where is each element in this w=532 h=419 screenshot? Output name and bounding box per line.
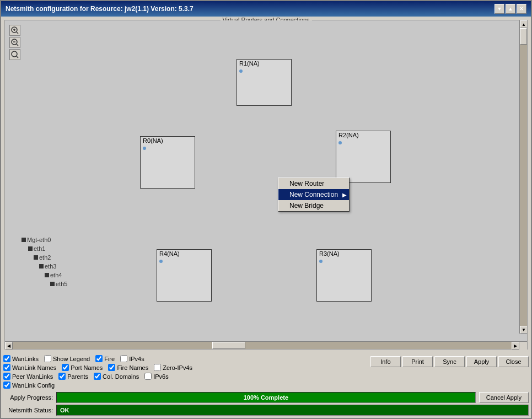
apply-button[interactable]: Apply — [466, 356, 497, 367]
router-r2-dot — [338, 141, 342, 144]
minimize-button[interactable]: ▼ — [495, 4, 504, 14]
tree-icon-eth3 — [39, 264, 44, 268]
wanlink-config-checkbox[interactable] — [3, 382, 10, 389]
scroll-left-button[interactable]: ◀ — [5, 342, 13, 350]
ipv6s-label: IPv6s — [153, 373, 169, 380]
print-button[interactable]: Print — [402, 356, 433, 367]
info-button[interactable]: Info — [370, 356, 401, 367]
scroll-thumb-v[interactable] — [520, 28, 527, 45]
router-r3-dot — [319, 260, 323, 263]
checkbox-parents[interactable]: Parents — [58, 373, 88, 380]
tree-label-eth5: eth5 — [56, 280, 67, 288]
router-r0[interactable]: R0(NA) — [140, 136, 195, 189]
checkbox-peer-wanlinks[interactable]: Peer WanLinks — [3, 373, 53, 380]
netsmith-status-label: Netsmith Status: — [3, 407, 53, 413]
svg-line-3 — [17, 32, 18, 34]
wanlink-names-checkbox[interactable] — [3, 364, 10, 371]
col-domains-checkbox[interactable] — [94, 373, 101, 380]
netsmith-status-row: Netsmith Status: OK — [3, 405, 529, 416]
router-r1-label: R1(NA) — [237, 59, 262, 68]
router-r1-dot — [239, 69, 243, 73]
scroll-right-button[interactable]: ▶ — [512, 342, 519, 350]
scroll-up-button[interactable]: ▲ — [520, 20, 527, 28]
scroll-track-v — [520, 28, 527, 326]
checkbox-col-domains[interactable]: Col. Domains — [94, 373, 139, 380]
parents-label: Parents — [67, 373, 88, 380]
scroll-down-button[interactable]: ▼ — [520, 326, 527, 334]
context-menu: New Router New Connection ▶ New Bridge — [278, 178, 350, 212]
horizontal-scrollbar[interactable]: ◀ ▶ — [5, 341, 527, 349]
tree-icon-eth2 — [34, 255, 38, 260]
router-r2[interactable]: R2(NA) — [336, 131, 391, 183]
router-r4-dot — [159, 260, 163, 263]
zero-ipv4s-checkbox[interactable] — [154, 364, 161, 371]
peer-wanlinks-label: Peer WanLinks — [12, 373, 53, 380]
main-window: Netsmith configuration for Resource: jw2… — [0, 0, 532, 419]
checkbox-wanlinks[interactable]: WanLinks — [3, 355, 39, 362]
checkbox-port-names[interactable]: Port Names — [62, 364, 103, 371]
svg-line-6 — [17, 44, 18, 46]
netsmith-status-bar: OK — [56, 405, 529, 416]
router-r1[interactable]: R1(NA) — [237, 59, 292, 106]
vertical-scrollbar[interactable]: ▲ ▼ — [519, 20, 527, 334]
apply-progress-bar: 100% Complete — [56, 392, 476, 403]
apply-progress-row: Apply Progress: 100% Complete Cancel App… — [3, 392, 529, 403]
checkbox-show-legend[interactable]: Show Legend — [44, 355, 90, 362]
checkbox-ipv6s[interactable]: IPv6s — [144, 373, 169, 380]
ipv4s-label: IPv4s — [129, 356, 144, 362]
checkbox-row-3: Peer WanLinks Parents Col. Domains IPv6s — [3, 373, 367, 380]
maximize-button[interactable]: ▲ — [506, 4, 515, 14]
context-menu-new-router[interactable]: New Router — [278, 178, 349, 189]
ipv6s-checkbox[interactable] — [144, 373, 152, 380]
zoom-controls — [9, 25, 20, 60]
zoom-out-button[interactable] — [9, 37, 20, 48]
context-menu-new-bridge[interactable]: New Bridge — [278, 200, 349, 211]
zoom-reset-button[interactable] — [9, 49, 20, 60]
peer-wanlinks-checkbox[interactable] — [3, 373, 10, 380]
title-bar: Netsmith configuration for Resource: jw2… — [1, 1, 531, 17]
scroll-track-h — [13, 342, 512, 349]
netsmith-status-value: OK — [60, 407, 69, 413]
cancel-apply-button[interactable]: Cancel Apply — [479, 392, 529, 403]
sync-button[interactable]: Sync — [434, 356, 465, 367]
canvas-section: Virtual Routers and Connections — [1, 17, 531, 353]
checkbox-row-1: WanLinks Show Legend Fire IPv4s — [3, 355, 367, 362]
checkbox-row-4: WanLink Config — [3, 382, 367, 389]
wanlinks-checkbox[interactable] — [3, 355, 10, 362]
show-legend-label: Show Legend — [53, 356, 90, 362]
col-domains-label: Col. Domains — [103, 373, 139, 380]
fire-checkbox[interactable] — [95, 355, 103, 362]
router-r4[interactable]: R4(NA) — [157, 249, 212, 302]
action-buttons: Info Print Sync Apply Close — [370, 355, 529, 367]
canvas-area[interactable]: R1(NA) R0(NA) R2(NA) R4 — [5, 20, 527, 341]
tree-item-eth3: eth3 — [22, 262, 67, 271]
context-menu-new-connection[interactable]: New Connection ▶ — [278, 189, 349, 200]
router-r0-label: R0(NA) — [141, 136, 165, 145]
tree-root-label: Mgt-eth0 — [27, 235, 51, 244]
tree-label-eth4: eth4 — [50, 271, 62, 280]
close-button[interactable]: ✕ — [517, 4, 526, 14]
ipv4s-checkbox[interactable] — [120, 355, 127, 362]
port-names-label: Port Names — [71, 364, 103, 371]
checkbox-zero-ipv4s[interactable]: Zero-IPv4s — [154, 364, 192, 371]
zero-ipv4s-label: Zero-IPv4s — [163, 364, 192, 371]
checkbox-fire[interactable]: Fire — [95, 355, 115, 362]
router-r2-label: R2(NA) — [336, 131, 361, 139]
parents-checkbox[interactable] — [58, 373, 66, 380]
checkbox-wanlink-names[interactable]: WanLink Names — [3, 364, 56, 371]
router-r3[interactable]: R3(NA) — [316, 249, 372, 302]
scroll-thumb-h[interactable] — [212, 342, 245, 349]
interface-tree: Mgt-eth0 eth1 eth2 eth3 — [22, 235, 67, 288]
zoom-in-button[interactable] — [9, 25, 20, 36]
tree-item-eth4: eth4 — [22, 271, 67, 280]
close-button-bottom[interactable]: Close — [498, 356, 529, 367]
show-legend-checkbox[interactable] — [44, 355, 51, 362]
checkbox-fire-names[interactable]: Fire Names — [108, 364, 148, 371]
checkbox-ipv4s[interactable]: IPv4s — [120, 355, 144, 362]
fire-names-label: Fire Names — [117, 364, 148, 371]
fire-names-checkbox[interactable] — [108, 364, 115, 371]
router-r4-label: R4(NA) — [157, 249, 182, 258]
tree-icon-root — [22, 238, 26, 242]
checkbox-wanlink-config[interactable]: WanLink Config — [3, 382, 55, 389]
port-names-checkbox[interactable] — [62, 364, 69, 371]
